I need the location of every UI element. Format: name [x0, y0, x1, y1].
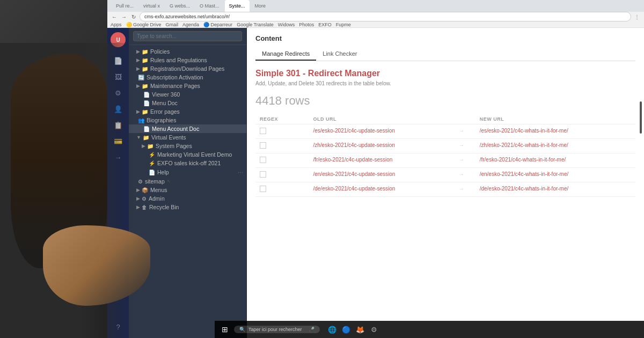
tree-search-input[interactable]	[133, 31, 242, 41]
doc-icon: 📄	[143, 100, 150, 106]
bookmark-photos[interactable]: Photos	[299, 22, 314, 27]
tree-item-label: Biographies	[147, 117, 176, 123]
bookmark-agenda[interactable]: Agenda	[182, 22, 199, 27]
tab-link-checker[interactable]: Link Checker	[316, 48, 363, 61]
regex-checkbox-3[interactable]	[260, 157, 266, 163]
browser-tab-5[interactable]: Syste...	[225, 0, 250, 12]
tree-item-admin[interactable]: ▶ ⚙ Admin	[129, 194, 246, 203]
regex-checkbox-5[interactable]	[260, 186, 266, 192]
tree-item-menuaccountdoc[interactable]: 📄 Menu Account Doc	[129, 124, 246, 133]
chevron-icon: ▶	[136, 204, 140, 210]
tree-panel: ▶ 📁 Policies ▶ 📁 Rules and Regulations ▶…	[129, 28, 247, 338]
tab-manage-redirects[interactable]: Manage Redirects	[255, 48, 316, 61]
tree-item-viewer360[interactable]: 📄 Viewer 360	[129, 90, 246, 99]
tree-item-label: Virtual Events	[151, 134, 186, 141]
arrow-3: →	[448, 153, 475, 168]
tree-item-marketingvirtual[interactable]: ⚡ Marketing Virtual Event Demo	[129, 150, 246, 159]
browser-tab-2[interactable]: virtual x	[139, 0, 164, 12]
taskbar: ⊞ 🔍 Taper ici pour rechercher 🎤 🌐 🔵 🦊 ⚙ …	[215, 321, 644, 338]
address-bar[interactable]: cms-exfo.azurewebsites.net/umbraco/#/	[140, 12, 631, 21]
folder-icon: 📁	[142, 57, 148, 63]
bookmark-widows[interactable]: Widows	[278, 22, 295, 27]
windows-icon: ⊞	[222, 325, 228, 334]
arrow-4: →	[448, 168, 475, 182]
tree-item-subscription[interactable]: 🔄 Subscription Activation	[129, 73, 246, 82]
arrow-5: →	[448, 182, 475, 197]
bookmark-deparreur[interactable]: 🔵 Deparreur	[203, 22, 232, 27]
browser-tab-1[interactable]: Pull re...	[112, 0, 138, 12]
old-url-3: /fr/esko-2021/c4c-update-session	[313, 157, 392, 163]
folder-icon: 📁	[142, 66, 148, 72]
col-header-sep	[448, 114, 475, 124]
tree-item-label: Registration/Download Pages	[150, 65, 224, 72]
tree-item-maintenance[interactable]: ▶ 📁 Maintenance Pages	[129, 82, 246, 90]
folder-icon: 📁	[143, 135, 149, 141]
chevron-icon: ▶	[142, 143, 145, 149]
bookmark-translate[interactable]: Google Translate	[237, 22, 274, 27]
browser-tab-3[interactable]: G webs...	[165, 0, 194, 12]
admin-icon: ⚙	[142, 196, 147, 202]
chevron-icon: ▶	[136, 49, 140, 54]
tree-search-area	[129, 28, 246, 45]
tree-item-biographies[interactable]: 👥 Biographies	[129, 116, 246, 124]
tree-item-rules[interactable]: ▶ 📁 Rules and Regulations	[129, 56, 246, 64]
bookmark-exfo[interactable]: EXFO	[318, 22, 332, 27]
start-button[interactable]: ⊞	[219, 324, 231, 335]
tree-item-exfosales[interactable]: ⚡ EXFO sales kick-off 2021	[129, 159, 246, 167]
doc-icon: 📄	[143, 126, 150, 132]
tree-item-label: Menu Account Doc	[152, 126, 199, 132]
doc-icon: 📄	[149, 170, 155, 175]
bookmark-apps[interactable]: Apps	[111, 22, 122, 27]
tree-item-label: Error pages	[150, 108, 180, 115]
tree-item-menudoc[interactable]: 📄 Menu Doc	[129, 99, 246, 107]
tree-item-label: Marketing Virtual Event Demo	[157, 151, 232, 158]
browser-tab-4[interactable]: O Mast...	[195, 0, 224, 12]
bookmark-gmail[interactable]: Gmail	[166, 22, 179, 27]
regex-checkbox-2[interactable]	[260, 142, 266, 149]
back-button[interactable]: ←	[111, 13, 118, 20]
tree-item-label: Viewer 360	[152, 91, 180, 98]
browser-tab-more[interactable]: More	[251, 0, 270, 12]
tree-item-errorpages[interactable]: ▶ 📁 Error pages	[129, 107, 246, 116]
folder-icon: 📁	[142, 83, 148, 89]
col-header-actions	[614, 114, 635, 124]
content-area: Content Manage Redirects Link Checker Si…	[247, 28, 644, 338]
tree-item-policies[interactable]: ▶ 📁 Policies	[129, 47, 246, 56]
taskbar-firefox-icon[interactable]: 🦊	[354, 324, 366, 335]
forward-button[interactable]: →	[120, 13, 128, 20]
tree-item-virtualevents[interactable]: ▼ 📁 Virtual Events	[129, 133, 246, 142]
arrow-2: →	[448, 139, 475, 153]
arrow-1: →	[448, 124, 475, 139]
taskbar-ie-icon[interactable]: 🌐	[326, 324, 338, 335]
more-options-button[interactable]: ···	[238, 168, 243, 176]
taskbar-chrome-icon[interactable]: ⚙	[368, 324, 380, 335]
taskbar-search-text: Taper ici pour rechercher	[248, 327, 302, 332]
tree-item-label: Menus	[150, 187, 167, 193]
tree-item-menus[interactable]: ▶ 📦 Menus	[129, 186, 246, 194]
bookmark-fupme[interactable]: Fupme	[336, 22, 351, 27]
extensions-button[interactable]: ⋮	[633, 13, 641, 20]
redirect-manager-title: Simple 301 - Redirect Manager	[255, 69, 635, 78]
refresh-button[interactable]: ↻	[130, 13, 137, 20]
content-header: Content	[255, 34, 635, 42]
tree-item-label: Maintenance Pages	[150, 83, 200, 89]
taskbar-search[interactable]: 🔍 Taper ici pour rechercher 🎤	[234, 326, 320, 333]
bookmarks-bar: Apps 🟡 Google Drive Gmail Agenda 🔵 Depar…	[107, 21, 644, 28]
browser-tabs: Pull re... virtual x G webs... O Mast...…	[107, 0, 644, 12]
regex-checkbox-4[interactable]	[260, 171, 266, 178]
regex-checkbox-1[interactable]	[260, 128, 266, 134]
tree-scroll[interactable]: ▶ 📁 Policies ▶ 📁 Rules and Regulations ▶…	[129, 45, 246, 338]
table-row: /fr/esko-2021/c4c-update-session → /fr/e…	[255, 153, 635, 168]
tree-item-label: Policies	[150, 48, 170, 55]
tree-item-help[interactable]: 📄 Help ···	[129, 167, 246, 177]
tree-item-sitemap[interactable]: ⚙ sitemap ↖	[129, 177, 246, 186]
tree-item-systempages[interactable]: ▶ 📁 System Pages	[129, 142, 246, 150]
content-tabs: Manage Redirects Link Checker	[255, 48, 635, 61]
tree-item-recyclebin[interactable]: ▶ 🗑 Recycle Bin	[129, 203, 246, 211]
taskbar-edge-icon[interactable]: 🔵	[340, 324, 352, 335]
search-icon: 🔍	[239, 327, 245, 332]
tree-item-registration[interactable]: ▶ 📁 Registration/Download Pages	[129, 64, 246, 73]
bookmark-drive[interactable]: 🟡 Google Drive	[126, 22, 162, 27]
folder-icon: 📁	[142, 49, 148, 55]
trash-icon: 🗑	[142, 204, 147, 210]
